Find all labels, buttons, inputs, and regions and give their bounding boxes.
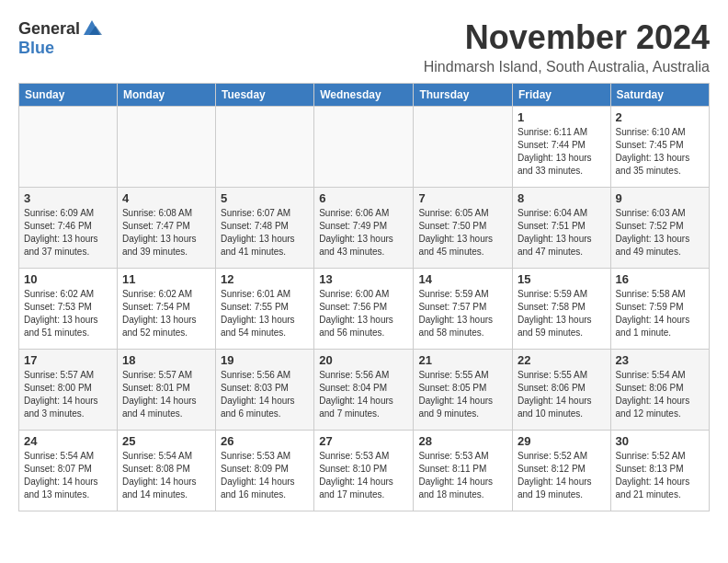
- day-number: 27: [319, 434, 408, 448]
- cell-line: Sunset: 7:50 PM: [418, 220, 507, 233]
- cell-line: Sunset: 7:49 PM: [319, 220, 408, 233]
- day-number: 8: [518, 191, 606, 205]
- calendar-cell-w0d6: 2Sunrise: 6:10 AMSunset: 7:45 PMDaylight…: [610, 107, 709, 188]
- calendar-cell-w3d0: 17Sunrise: 5:57 AMSunset: 8:00 PMDayligh…: [19, 350, 118, 431]
- col-friday: Friday: [512, 84, 610, 107]
- cell-line: Daylight: 13 hours: [24, 233, 112, 246]
- cell-line: Sunset: 7:44 PM: [518, 139, 606, 152]
- cell-content: Sunrise: 5:55 AMSunset: 8:06 PMDaylight:…: [518, 369, 606, 420]
- calendar-cell-w1d1: 4Sunrise: 6:08 AMSunset: 7:47 PMDaylight…: [117, 188, 215, 269]
- day-number: 29: [518, 434, 606, 448]
- cell-content: Sunrise: 5:54 AMSunset: 8:07 PMDaylight:…: [24, 450, 112, 501]
- cell-line: and 56 minutes.: [319, 327, 408, 339]
- cell-line: Sunset: 8:12 PM: [518, 463, 606, 476]
- logo-icon: [82, 18, 102, 39]
- cell-line: Daylight: 13 hours: [418, 233, 507, 246]
- cell-line: and 45 minutes.: [418, 246, 507, 259]
- calendar-cell-w3d5: 22Sunrise: 5:55 AMSunset: 8:06 PMDayligh…: [512, 350, 610, 431]
- calendar-cell-w2d6: 16Sunrise: 5:58 AMSunset: 7:59 PMDayligh…: [610, 269, 709, 350]
- cell-line: and 49 minutes.: [616, 246, 704, 259]
- calendar-cell-w0d1: [117, 107, 215, 188]
- calendar-cell-w4d3: 27Sunrise: 5:53 AMSunset: 8:10 PMDayligh…: [314, 431, 414, 511]
- cell-line: Sunset: 8:01 PM: [122, 382, 210, 395]
- cell-line: and 6 minutes.: [221, 408, 309, 420]
- cell-line: Daylight: 14 hours: [518, 395, 606, 408]
- cell-content: Sunrise: 5:58 AMSunset: 7:59 PMDaylight:…: [616, 288, 704, 339]
- day-number: 23: [616, 353, 704, 367]
- cell-line: Sunrise: 5:55 AM: [418, 369, 507, 382]
- cell-line: Sunrise: 6:01 AM: [221, 288, 309, 301]
- cell-line: and 18 minutes.: [418, 488, 507, 501]
- cell-content: Sunrise: 5:55 AMSunset: 8:05 PMDaylight:…: [418, 369, 507, 420]
- cell-line: Sunset: 7:59 PM: [616, 301, 704, 314]
- cell-line: Sunset: 7:58 PM: [518, 301, 606, 314]
- calendar-cell-w2d0: 10Sunrise: 6:02 AMSunset: 7:53 PMDayligh…: [19, 269, 118, 350]
- cell-line: Daylight: 13 hours: [24, 314, 112, 327]
- calendar-cell-w4d0: 24Sunrise: 5:54 AMSunset: 8:07 PMDayligh…: [19, 431, 118, 511]
- col-wednesday: Wednesday: [314, 84, 414, 107]
- logo-general-text: General: [18, 19, 80, 39]
- cell-line: and 13 minutes.: [24, 488, 112, 501]
- cell-line: Daylight: 14 hours: [221, 395, 309, 408]
- day-number: 28: [418, 434, 507, 448]
- cell-line: Sunrise: 5:54 AM: [122, 450, 210, 463]
- day-number: 26: [221, 434, 309, 448]
- cell-line: and 58 minutes.: [418, 327, 507, 339]
- cell-line: and 12 minutes.: [616, 408, 704, 420]
- cell-line: Sunset: 7:57 PM: [418, 301, 507, 314]
- cell-line: Daylight: 14 hours: [319, 395, 408, 408]
- cell-line: Daylight: 13 hours: [319, 314, 408, 327]
- cell-line: and 9 minutes.: [418, 408, 507, 420]
- week-row-1: 3Sunrise: 6:09 AMSunset: 7:46 PMDaylight…: [19, 188, 710, 269]
- cell-line: and 41 minutes.: [221, 246, 309, 259]
- cell-content: Sunrise: 6:07 AMSunset: 7:48 PMDaylight:…: [221, 207, 309, 259]
- cell-content: Sunrise: 5:53 AMSunset: 8:09 PMDaylight:…: [221, 450, 309, 501]
- cell-line: Sunrise: 6:00 AM: [319, 288, 408, 301]
- col-sunday: Sunday: [19, 84, 118, 107]
- calendar-cell-w4d6: 30Sunrise: 5:52 AMSunset: 8:13 PMDayligh…: [610, 431, 709, 511]
- cell-line: Sunset: 8:06 PM: [616, 382, 704, 395]
- cell-line: Sunrise: 5:58 AM: [616, 288, 704, 301]
- calendar-cell-w1d5: 8Sunrise: 6:04 AMSunset: 7:51 PMDaylight…: [512, 188, 610, 269]
- cell-line: Daylight: 14 hours: [122, 395, 210, 408]
- calendar-cell-w0d0: [19, 107, 118, 188]
- calendar-table: Sunday Monday Tuesday Wednesday Thursday…: [18, 83, 710, 511]
- cell-line: Daylight: 13 hours: [518, 233, 606, 246]
- cell-line: and 35 minutes.: [616, 165, 704, 178]
- cell-line: Sunset: 7:46 PM: [24, 220, 112, 233]
- calendar-cell-w4d1: 25Sunrise: 5:54 AMSunset: 8:08 PMDayligh…: [117, 431, 215, 511]
- day-number: 20: [319, 353, 408, 367]
- cell-line: Sunset: 8:06 PM: [518, 382, 606, 395]
- cell-content: Sunrise: 5:53 AMSunset: 8:11 PMDaylight:…: [418, 450, 507, 501]
- calendar-cell-w3d4: 21Sunrise: 5:55 AMSunset: 8:05 PMDayligh…: [414, 350, 513, 431]
- cell-line: Sunset: 8:13 PM: [616, 463, 704, 476]
- cell-line: Daylight: 14 hours: [221, 476, 309, 488]
- cell-line: Sunrise: 5:55 AM: [518, 369, 606, 382]
- cell-line: Sunrise: 5:52 AM: [616, 450, 704, 463]
- subtitle: Hindmarsh Island, South Australia, Austr…: [424, 59, 710, 75]
- cell-line: Sunrise: 6:11 AM: [518, 126, 606, 139]
- calendar-cell-w1d3: 6Sunrise: 6:06 AMSunset: 7:49 PMDaylight…: [314, 188, 414, 269]
- cell-content: Sunrise: 6:05 AMSunset: 7:50 PMDaylight:…: [418, 207, 507, 259]
- cell-line: Sunset: 7:47 PM: [122, 220, 210, 233]
- cell-line: Daylight: 13 hours: [518, 152, 606, 165]
- col-thursday: Thursday: [414, 84, 513, 107]
- month-title: November 2024: [424, 18, 710, 57]
- cell-line: and 19 minutes.: [518, 488, 606, 501]
- cell-line: and 10 minutes.: [518, 408, 606, 420]
- cell-line: and 52 minutes.: [122, 327, 210, 339]
- cell-line: Daylight: 13 hours: [616, 233, 704, 246]
- cell-line: and 7 minutes.: [319, 408, 408, 420]
- cell-line: Daylight: 14 hours: [518, 476, 606, 488]
- cell-line: Daylight: 13 hours: [518, 314, 606, 327]
- day-number: 13: [319, 272, 408, 286]
- cell-content: Sunrise: 5:57 AMSunset: 8:00 PMDaylight:…: [24, 369, 112, 420]
- cell-line: Daylight: 13 hours: [122, 233, 210, 246]
- cell-line: and 16 minutes.: [221, 488, 309, 501]
- calendar-cell-w0d5: 1Sunrise: 6:11 AMSunset: 7:44 PMDaylight…: [512, 107, 610, 188]
- cell-line: Sunset: 7:52 PM: [616, 220, 704, 233]
- cell-line: Sunrise: 6:02 AM: [24, 288, 112, 301]
- calendar-cell-w3d1: 18Sunrise: 5:57 AMSunset: 8:01 PMDayligh…: [117, 350, 215, 431]
- col-saturday: Saturday: [610, 84, 709, 107]
- day-number: 15: [518, 272, 606, 286]
